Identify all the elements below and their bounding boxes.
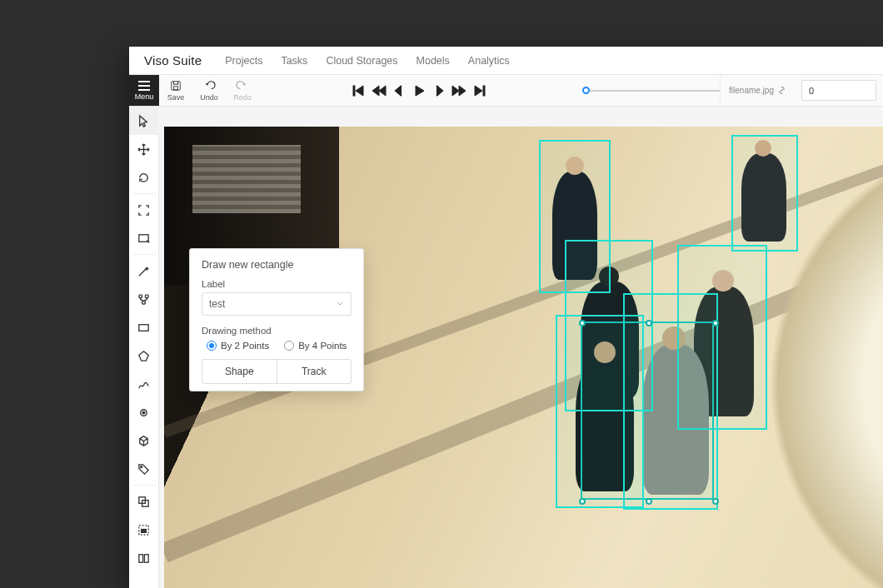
timeline-handle-icon[interactable] <box>582 87 590 94</box>
resize-handle[interactable] <box>646 320 652 326</box>
workspace: 350 Draw new rectangle Label test Drawin… <box>129 107 883 588</box>
move-icon <box>137 142 151 157</box>
fit-tool[interactable] <box>129 196 159 224</box>
prev-frame-icon[interactable] <box>392 83 407 98</box>
cursor-tool[interactable] <box>129 107 159 135</box>
cursor-icon <box>137 114 151 128</box>
mask-tool[interactable] <box>129 516 159 544</box>
label-select[interactable]: test <box>202 292 352 316</box>
group-tool[interactable] <box>129 487 159 516</box>
radio-2-points[interactable]: By 2 Points <box>207 341 269 351</box>
tag-tool[interactable] <box>129 455 159 483</box>
polygon-tool[interactable] <box>129 341 159 370</box>
resize-handle[interactable] <box>712 498 719 505</box>
scene-sign <box>192 145 301 213</box>
points-tool[interactable] <box>129 398 159 426</box>
svg-rect-11 <box>139 324 148 331</box>
resize-handle[interactable] <box>646 498 652 505</box>
frame-number-input[interactable]: 0 <box>801 80 876 101</box>
redo-icon <box>236 80 249 92</box>
rectangle-icon <box>137 321 151 335</box>
radio-icon <box>207 341 217 351</box>
draw-rectangle-panel: Draw new rectangle Label test Drawing me… <box>189 248 364 391</box>
undo-label: Undo <box>200 93 218 102</box>
tool-sidebar <box>129 107 159 588</box>
region-icon <box>137 232 151 246</box>
cuboid-tool[interactable] <box>129 426 159 455</box>
polygon-icon <box>137 349 151 363</box>
tag-icon <box>137 462 151 476</box>
label-select-value: test <box>209 298 225 310</box>
method-caption: Drawing method <box>202 326 352 336</box>
nav-models[interactable]: Models <box>417 55 450 67</box>
svg-rect-20 <box>144 554 148 561</box>
polyline-tool[interactable] <box>129 370 159 398</box>
brand-title: Viso Suite <box>144 53 202 67</box>
move-tool[interactable] <box>129 135 159 163</box>
region-tool[interactable] <box>129 224 159 252</box>
polyline-icon <box>137 377 151 391</box>
svg-point-9 <box>145 294 148 297</box>
split-tool[interactable] <box>129 544 159 572</box>
link-icon[interactable] <box>777 86 786 95</box>
svg-rect-18 <box>142 529 147 532</box>
hamburger-icon <box>138 81 150 91</box>
svg-rect-3 <box>172 81 181 90</box>
shape-button[interactable]: Shape <box>202 360 277 383</box>
last-frame-icon[interactable] <box>471 83 486 98</box>
svg-rect-1 <box>138 85 150 87</box>
save-button[interactable]: Save <box>159 75 192 106</box>
undo-icon <box>202 80 216 92</box>
filename-text: filename.jpg <box>729 86 774 95</box>
mask-icon <box>137 523 151 537</box>
panel-title: Draw new rectangle <box>202 259 352 271</box>
cuboid-icon <box>137 434 151 448</box>
bounding-box[interactable] <box>731 135 798 252</box>
radio-icon <box>284 341 294 351</box>
rotate-tool[interactable] <box>129 163 159 192</box>
points-icon <box>137 406 151 420</box>
nav-analytics[interactable]: Analytics <box>468 55 510 67</box>
undo-button[interactable]: Undo <box>192 75 226 106</box>
nav-projects[interactable]: Projects <box>225 55 262 67</box>
magic-wand-icon <box>137 264 151 278</box>
save-icon <box>169 80 182 92</box>
save-label: Save <box>167 93 185 102</box>
track-button[interactable]: Track <box>277 360 352 383</box>
app-window: Viso Suite Projects Tasks Cloud Storages… <box>129 47 883 588</box>
radio-4-points[interactable]: By 4 Points <box>284 341 347 351</box>
first-frame-icon[interactable] <box>352 83 367 98</box>
nav-tasks[interactable]: Tasks <box>281 55 307 67</box>
fit-icon <box>137 203 151 217</box>
menu-label: Menu <box>135 92 154 101</box>
svg-point-14 <box>141 466 142 467</box>
menu-button[interactable]: Menu <box>129 75 159 106</box>
nav-cloud-storages[interactable]: Cloud Storages <box>326 55 397 67</box>
radio-label: By 4 Points <box>298 341 347 351</box>
play-icon[interactable] <box>412 83 427 98</box>
timeline-slider[interactable] <box>578 75 720 106</box>
svg-rect-6 <box>483 86 485 96</box>
resize-handle[interactable] <box>712 320 719 326</box>
forward-icon[interactable] <box>451 83 466 98</box>
next-frame-icon[interactable] <box>432 83 446 98</box>
svg-rect-0 <box>138 81 150 82</box>
svg-rect-5 <box>353 86 355 96</box>
svg-point-8 <box>139 294 142 297</box>
split-icon <box>137 551 151 566</box>
svg-rect-4 <box>173 86 177 89</box>
rotate-icon <box>137 171 151 185</box>
ai-tool[interactable] <box>129 285 159 313</box>
canvas-area[interactable]: 350 Draw new rectangle Label test Drawin… <box>159 107 883 588</box>
svg-rect-2 <box>138 89 150 91</box>
rectangle-tool[interactable] <box>129 313 159 341</box>
magic-wand-tool[interactable] <box>129 257 159 285</box>
frame-player <box>259 75 578 106</box>
svg-point-13 <box>142 411 145 414</box>
radio-label: By 2 Points <box>221 341 269 351</box>
toolbar: Menu Save Undo Redo <box>129 75 883 107</box>
redo-button[interactable]: Redo <box>226 75 259 106</box>
bounding-box[interactable] <box>556 315 644 508</box>
rewind-icon[interactable] <box>372 83 387 98</box>
group-icon <box>137 495 151 509</box>
